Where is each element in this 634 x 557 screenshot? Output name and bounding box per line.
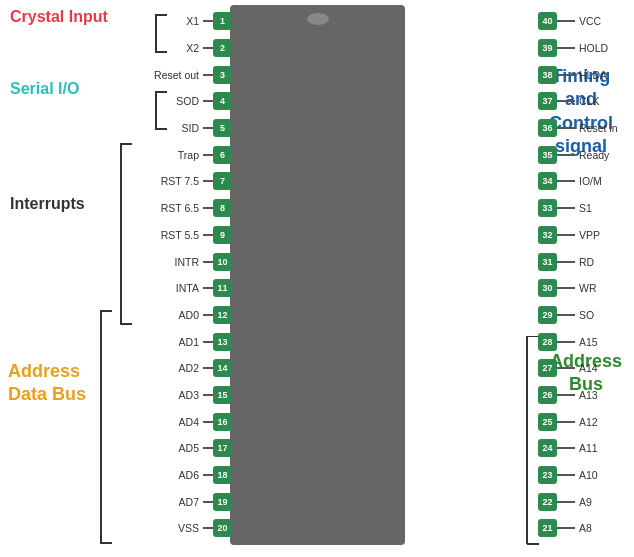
pin-label: S1 <box>579 202 634 214</box>
pin-line <box>557 314 575 316</box>
right-pin-row: 27A14 <box>538 355 634 382</box>
right-pin-row: 36Reset in <box>538 115 634 142</box>
pin-number: 23 <box>538 466 557 484</box>
pin-number: 1 <box>213 12 232 30</box>
right-pin-row: 29SO <box>538 302 634 329</box>
pin-number: 10 <box>213 253 232 271</box>
pin-line <box>557 180 575 182</box>
pin-line <box>557 367 575 369</box>
pin-label: VCC <box>579 15 634 27</box>
pin-number: 12 <box>213 306 232 324</box>
pin-number: 11 <box>213 279 232 297</box>
pin-label: IO/M <box>579 175 634 187</box>
ic-chip <box>230 5 405 545</box>
left-pin-row: RST 6.58 <box>120 195 232 222</box>
pin-number: 40 <box>538 12 557 30</box>
right-pin-row: 39HOLD <box>538 35 634 62</box>
pin-number: 17 <box>213 439 232 457</box>
pin-line <box>557 501 575 503</box>
pin-label: A14 <box>579 362 634 374</box>
left-pin-area: X11X22Reset out3SOD4SID5Trap6RST 7.57RST… <box>120 8 232 542</box>
pin-number: 26 <box>538 386 557 404</box>
pin-line <box>557 20 575 22</box>
pin-label: Reset out <box>134 69 199 81</box>
addr-data-bracket-vertical <box>100 310 102 544</box>
pin-number: 38 <box>538 66 557 84</box>
pin-label: SOD <box>134 95 199 107</box>
right-pin-area: 40VCC39HOLD38HLDA37CLK36Reset in35Ready3… <box>538 8 634 542</box>
pin-label: A8 <box>579 522 634 534</box>
pin-number: 5 <box>213 119 232 137</box>
pin-number: 6 <box>213 146 232 164</box>
pin-label: INTA <box>134 282 199 294</box>
pin-label: INTR <box>134 256 199 268</box>
left-pin-row: INTR10 <box>120 248 232 275</box>
pin-label: HOLD <box>579 42 634 54</box>
pin-number: 33 <box>538 199 557 217</box>
pin-label: AD0 <box>134 309 199 321</box>
pin-label: HLDA <box>579 69 634 81</box>
right-pin-row: 34IO/M <box>538 168 634 195</box>
pin-line <box>203 447 213 449</box>
pin-line <box>557 207 575 209</box>
pin-label: A9 <box>579 496 634 508</box>
pin-number: 22 <box>538 493 557 511</box>
pin-line <box>203 421 213 423</box>
pin-label: A15 <box>579 336 634 348</box>
pin-number: 16 <box>213 413 232 431</box>
left-pin-row: AD214 <box>120 355 232 382</box>
pin-line <box>557 100 575 102</box>
pin-label: VSS <box>134 522 199 534</box>
pin-number: 39 <box>538 39 557 57</box>
left-pin-row: VSS20 <box>120 515 232 542</box>
right-pin-row: 28A15 <box>538 328 634 355</box>
left-pin-row: AD618 <box>120 462 232 489</box>
right-pin-row: 40VCC <box>538 8 634 35</box>
pin-label: SO <box>579 309 634 321</box>
pin-number: 35 <box>538 146 557 164</box>
ic-notch <box>307 13 329 25</box>
pin-number: 4 <box>213 92 232 110</box>
right-pin-row: 31RD <box>538 248 634 275</box>
pin-label: A12 <box>579 416 634 428</box>
left-pin-row: INTA11 <box>120 275 232 302</box>
pin-label: X2 <box>134 42 199 54</box>
pin-number: 28 <box>538 333 557 351</box>
left-pin-row: X11 <box>120 8 232 35</box>
pin-line <box>557 287 575 289</box>
left-pin-row: AD315 <box>120 382 232 409</box>
pin-line <box>203 261 213 263</box>
right-pin-row: 26A13 <box>538 382 634 409</box>
pin-line <box>557 74 575 76</box>
pin-line <box>203 207 213 209</box>
pin-line <box>203 47 213 49</box>
pin-number: 32 <box>538 226 557 244</box>
pin-line <box>557 234 575 236</box>
pin-line <box>557 154 575 156</box>
left-pin-row: AD012 <box>120 302 232 329</box>
addr-data-bracket-top <box>100 310 112 312</box>
pin-line <box>203 527 213 529</box>
pin-number: 25 <box>538 413 557 431</box>
right-pin-row: 21A8 <box>538 515 634 542</box>
pin-label: AD2 <box>134 362 199 374</box>
pin-line <box>203 501 213 503</box>
pin-number: 21 <box>538 519 557 537</box>
pin-line <box>203 314 213 316</box>
serial-io-label: Serial I/O <box>10 80 79 98</box>
addr-data-bracket-bottom <box>100 542 112 544</box>
left-pin-row: X22 <box>120 35 232 62</box>
pin-label: Ready <box>579 149 634 161</box>
pin-line <box>203 234 213 236</box>
address-data-bus-label: Address Data Bus <box>8 360 86 407</box>
pin-label: RST 6.5 <box>134 202 199 214</box>
right-pin-row: 23A10 <box>538 462 634 489</box>
right-pin-row: 22A9 <box>538 488 634 515</box>
pin-label: SID <box>134 122 199 134</box>
pin-label: RST 5.5 <box>134 229 199 241</box>
pin-line <box>203 287 213 289</box>
pin-line <box>557 47 575 49</box>
pin-line <box>203 341 213 343</box>
pin-label: A11 <box>579 442 634 454</box>
pin-label: Reset in <box>579 122 634 134</box>
